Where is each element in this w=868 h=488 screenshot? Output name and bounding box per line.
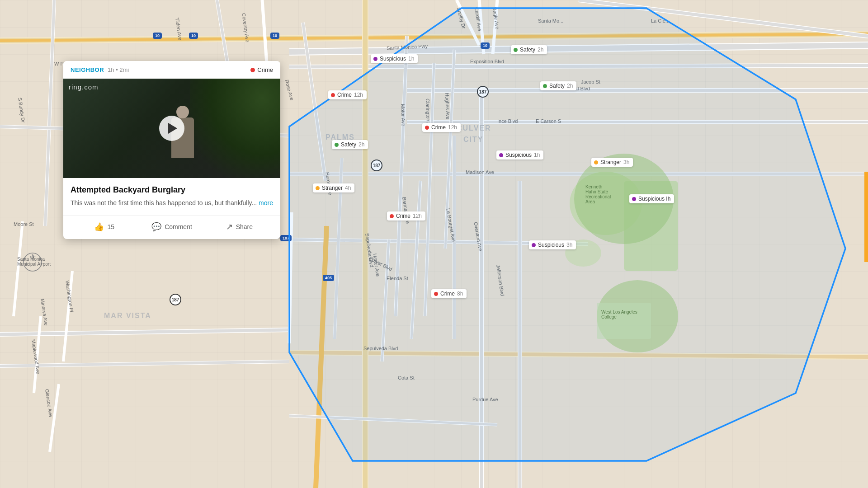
marker-dot-suspicious-3 — [532, 243, 536, 247]
marker-time-suspicious-2: 1h — [534, 152, 540, 158]
comment-icon: 💬 — [151, 223, 161, 231]
marker-time-stranger-1: 3h — [623, 159, 629, 165]
marker-dot-crime-2 — [425, 126, 429, 130]
marker-dot-safety-2 — [543, 84, 547, 88]
marker-label-suspicious-3: Suspicious — [538, 242, 564, 248]
marker-time-safety-1: 2h — [538, 47, 543, 53]
marker-dot-crime-3 — [390, 214, 394, 218]
post-text: This was not the first time this has hap… — [71, 198, 273, 208]
marker-time-crime-4: 8h — [457, 291, 463, 297]
crime-dot — [250, 68, 255, 72]
marker-crime-2: Crime 12h — [422, 123, 461, 132]
highway-187-4: 187 — [280, 235, 292, 241]
marker-crime-3: Crime 12h — [387, 211, 425, 221]
marker-label-crime-2: Crime — [431, 124, 446, 131]
post-video[interactable]: ring.com — [63, 79, 280, 178]
marker-time-crime-1: 12h — [354, 92, 363, 98]
post-text-content: This was not the first time this has hap… — [71, 199, 257, 206]
post-header: NEIGHBOR 1h • 2mi Crime — [63, 61, 280, 79]
comment-label: Comment — [165, 223, 192, 230]
highway-187-2: 187 — [371, 160, 382, 171]
marker-time-crime-2: 12h — [448, 124, 457, 131]
marker-dot-suspicious-2 — [499, 153, 503, 157]
marker-safety-1: Safety 2h — [511, 45, 547, 54]
post-meta: 1h • 2mi — [108, 66, 129, 73]
marker-stranger-1: Stranger 3h — [591, 158, 633, 167]
marker-dot-crime-4 — [434, 292, 438, 296]
like-icon: 👍 — [94, 223, 104, 231]
marker-stranger-2: Stranger 4h — [313, 183, 354, 192]
marker-safety-2: Safety 2h — [540, 81, 576, 90]
highway-10-4: 10 — [481, 42, 490, 49]
highway-10-2: 10 — [189, 33, 198, 39]
share-icon: ↗ — [226, 223, 233, 231]
neighbor-label: NEIGHBOR — [71, 66, 104, 73]
marker-label-stranger-1: Stranger — [600, 159, 621, 165]
play-icon — [168, 123, 177, 134]
marker-label-safety-2: Safety — [549, 83, 565, 89]
marker-suspicious-ih: Suspicious Ih — [629, 194, 674, 203]
svg-text:✈: ✈ — [29, 253, 36, 262]
highway-187-3: 187 — [170, 294, 181, 305]
marker-label-stranger-2: Stranger — [322, 185, 343, 191]
side-bar-indicator — [864, 172, 868, 262]
marker-dot-safety-1 — [514, 48, 518, 52]
marker-label-safety-1: Safety — [520, 47, 535, 53]
svg-rect-72 — [597, 303, 651, 339]
marker-crime-4: Crime 8h — [431, 289, 467, 298]
marker-dot-suspicious-ih — [632, 197, 636, 201]
share-button[interactable]: ↗ Share — [206, 221, 273, 233]
post-actions: 👍 15 💬 Comment ↗ Share — [63, 215, 280, 239]
share-label: Share — [236, 223, 253, 230]
marker-time-suspicious-3: 3h — [566, 242, 572, 248]
marker-time-safety-2: 2h — [567, 83, 573, 89]
marker-label-suspicious-2: Suspicious — [505, 152, 532, 158]
marker-dot-crime-1 — [331, 93, 335, 97]
post-header-left: NEIGHBOR 1h • 2mi — [71, 66, 129, 73]
marker-time-suspicious-1: 1h — [408, 56, 414, 62]
highway-187-1: 187 — [477, 86, 489, 98]
marker-label-crime-4: Crime — [440, 291, 455, 297]
highway-405: 405 — [323, 275, 334, 281]
post-card: NEIGHBOR 1h • 2mi Crime ring.com Attempt… — [63, 61, 280, 239]
marker-suspicious-3: Suspicious 3h — [529, 240, 576, 249]
post-body: Attempted Backyard Burglary This was not… — [63, 178, 280, 210]
marker-label-suspicious-ih: Suspicious Ih — [638, 196, 670, 202]
marker-crime-1: Crime 12h — [328, 90, 367, 99]
marker-label-crime-1: Crime — [337, 92, 352, 98]
marker-dot-suspicious-1 — [373, 57, 377, 61]
post-more-link[interactable]: more — [259, 199, 273, 206]
highway-10-1: 10 — [153, 33, 162, 39]
like-button[interactable]: 👍 15 — [71, 221, 138, 233]
post-title: Attempted Backyard Burglary — [71, 185, 273, 195]
marker-label-safety-3: Safety — [341, 141, 356, 148]
marker-dot-stranger-2 — [316, 186, 320, 190]
crime-badge: Crime — [250, 66, 273, 73]
marker-time-safety-3: 2h — [359, 141, 364, 148]
marker-dot-stranger-1 — [594, 160, 598, 164]
marker-safety-3: Safety 2h — [332, 140, 368, 149]
svg-line-56 — [289, 212, 292, 343]
marker-dot-safety-3 — [335, 143, 339, 147]
video-overlay[interactable] — [63, 79, 280, 178]
comment-button[interactable]: 💬 Comment — [138, 221, 205, 233]
marker-suspicious-1: Suspicious 1h — [371, 54, 418, 63]
like-count: 15 — [107, 223, 114, 230]
marker-time-crime-3: 12h — [413, 213, 422, 219]
marker-label-suspicious-1: Suspicious — [380, 56, 406, 62]
marker-label-crime-3: Crime — [396, 213, 410, 219]
highway-10-3: 10 — [270, 33, 279, 39]
play-button[interactable] — [159, 116, 184, 141]
marker-suspicious-2: Suspicious 1h — [496, 150, 543, 160]
svg-line-8 — [289, 66, 868, 67]
crime-label: Crime — [257, 66, 273, 73]
marker-time-stranger-2: 4h — [345, 185, 351, 191]
